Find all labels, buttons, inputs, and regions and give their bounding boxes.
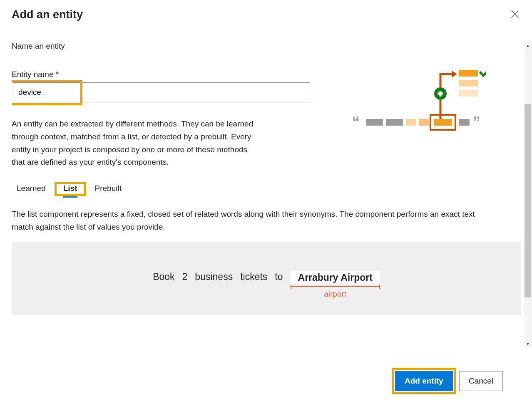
- required-asterisk: *: [56, 70, 59, 79]
- example-entity-label: airport: [324, 290, 346, 299]
- entity-name-label: Entity name *: [12, 70, 311, 79]
- example-token: Book: [153, 271, 174, 282]
- section-title: Name an entity: [12, 42, 521, 51]
- svg-rect-4: [459, 80, 478, 87]
- example-entity-underline: [291, 286, 380, 287]
- entity-description: An entity can be extracted by different …: [12, 118, 261, 169]
- dialog-footer: Add entity Cancel: [395, 371, 503, 391]
- close-button[interactable]: [510, 9, 520, 21]
- svg-rect-3: [459, 70, 478, 77]
- example-token: business: [195, 271, 233, 282]
- svg-text:“: “: [352, 114, 360, 131]
- svg-rect-8: [386, 119, 403, 126]
- svg-rect-13: [459, 119, 470, 126]
- entity-name-input[interactable]: [13, 82, 310, 102]
- example-token: tickets: [240, 271, 267, 282]
- tab-prebuilt[interactable]: Prebuilt: [90, 181, 127, 196]
- svg-text:”: ”: [473, 114, 480, 131]
- entity-illustration: “ ”: [349, 67, 486, 143]
- svg-rect-2: [440, 91, 442, 97]
- cancel-button[interactable]: Cancel: [459, 371, 503, 391]
- dialog-body: Name an entity Entity name * An entity c…: [12, 42, 522, 358]
- entity-name-label-text: Entity name: [12, 70, 53, 79]
- example-token: 2: [182, 271, 188, 282]
- example-entity: Arrabury Airport airport: [291, 271, 380, 299]
- svg-rect-7: [366, 119, 383, 126]
- close-icon: [511, 10, 519, 18]
- add-entity-button[interactable]: Add entity: [395, 371, 453, 391]
- example-token: to: [275, 271, 283, 282]
- dialog-title: Add an entity: [12, 8, 83, 21]
- svg-rect-5: [459, 90, 478, 97]
- tab-list[interactable]: List: [58, 181, 82, 196]
- dialog-header: Add an entity: [12, 8, 520, 21]
- entity-method-tabs: Learned List Prebuilt: [12, 181, 311, 196]
- scroll-up-arrow[interactable]: ▲: [524, 42, 532, 49]
- tab-learned[interactable]: Learned: [12, 181, 51, 196]
- svg-rect-10: [419, 119, 429, 126]
- svg-rect-9: [406, 119, 416, 126]
- svg-rect-12: [434, 119, 452, 126]
- vertical-scrollbar[interactable]: ▲ ▼: [524, 42, 532, 347]
- scroll-thumb[interactable]: [525, 104, 531, 297]
- scroll-down-arrow[interactable]: ▼: [524, 340, 532, 347]
- add-entity-dialog: Add an entity Name an entity Entity name…: [0, 0, 532, 416]
- tab-list-description: The list component represents a fixed, c…: [12, 208, 495, 234]
- example-entity-text: Arrabury Airport: [291, 271, 380, 284]
- example-panel: Book 2 business tickets to Arrabury Airp…: [12, 242, 521, 315]
